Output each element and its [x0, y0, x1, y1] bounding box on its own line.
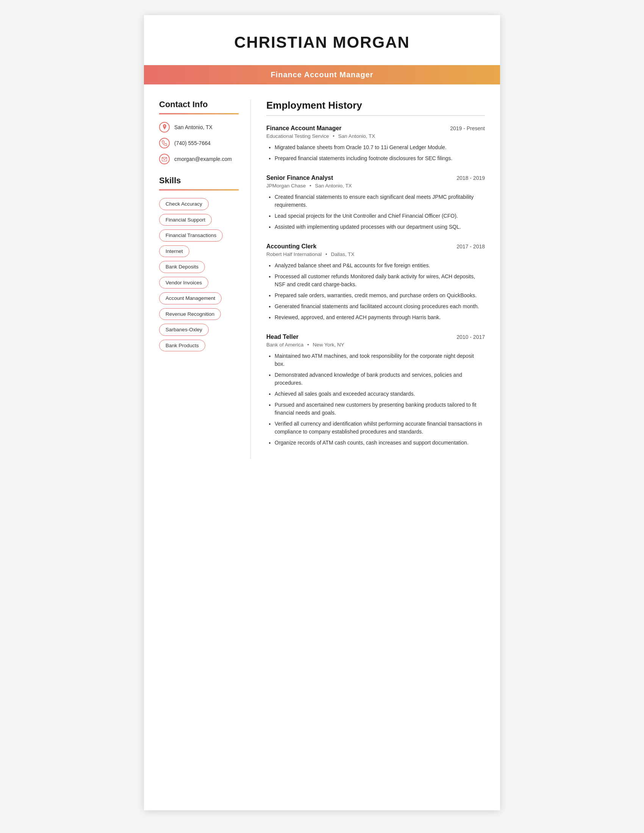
contact-divider: [159, 113, 239, 114]
employment-divider: [266, 115, 485, 116]
job-bullet: Pursued and ascertained new customers by…: [275, 401, 485, 417]
job-bullet: Organize records of ATM cash counts, cas…: [275, 439, 485, 447]
job-bullet: Prepared financial statements including …: [275, 154, 485, 162]
job-bullet: Assisted with implementing updated proce…: [275, 223, 485, 231]
job-bullets: Analyzed balance sheet and P&L accounts …: [266, 262, 485, 322]
skill-tag: Account Management: [159, 292, 222, 304]
job-dates: 2018 - 2019: [456, 175, 485, 181]
email-icon: [159, 154, 170, 164]
job-bullet: Prepared sale orders, warranties, credit…: [275, 291, 485, 299]
job-bullet: Processed all customer refunds Monitored…: [275, 273, 485, 288]
contact-email: cmorgan@example.com: [159, 154, 239, 164]
skills-tags-container: Check AccuracyFinancial SupportFinancial…: [159, 198, 239, 355]
job-entry: Head Teller2010 - 2017Bank of America • …: [266, 334, 485, 447]
skill-tag: Revenue Recognition: [159, 308, 221, 320]
sidebar: Contact Info San Antonio, TX (740) 555-7…: [144, 100, 250, 459]
skills-divider: [159, 189, 239, 190]
job-company: Robert Half International • Dallas, TX: [266, 251, 485, 257]
job-bullets: Maintained two ATM machines, and took re…: [266, 352, 485, 447]
job-bullet: Migrated balance sheets from Oracle 10.7…: [275, 143, 485, 151]
contact-section-title: Contact Info: [159, 100, 239, 109]
job-bullet: Reviewed, approved, and entered ACH paym…: [275, 314, 485, 322]
job-dates: 2010 - 2017: [456, 334, 485, 340]
skills-section: Skills Check AccuracyFinancial SupportFi…: [159, 176, 239, 355]
phone-text: (740) 555-7664: [174, 140, 211, 146]
job-company: Educational Testing Service • San Antoni…: [266, 133, 485, 139]
jobs-container: Finance Account Manager2019 - PresentEdu…: [266, 125, 485, 447]
job-dates: 2017 - 2018: [456, 243, 485, 249]
title-bar: Finance Account Manager: [144, 65, 500, 84]
skill-tag: Internet: [159, 245, 189, 257]
candidate-title: Finance Account Manager: [270, 71, 373, 79]
resume-header: CHRISTIAN MORGAN: [144, 15, 500, 59]
location-icon: [159, 122, 170, 132]
job-title: Senior Finance Analyst: [266, 175, 333, 182]
job-bullet: Analyzed balance sheet and P&L accounts …: [275, 262, 485, 270]
resume-body: Contact Info San Antonio, TX (740) 555-7…: [144, 84, 500, 474]
job-dates: 2019 - Present: [450, 125, 485, 131]
job-bullets: Migrated balance sheets from Oracle 10.7…: [266, 143, 485, 162]
email-text: cmorgan@example.com: [174, 156, 232, 162]
skill-tag: Financial Support: [159, 214, 212, 226]
job-bullet: Generated financial statements and facil…: [275, 302, 485, 310]
skill-tag: Vendor Invoices: [159, 277, 208, 289]
job-company: JPMorgan Chase • San Antonio, TX: [266, 183, 485, 188]
job-title: Accounting Clerk: [266, 243, 316, 250]
job-title: Head Teller: [266, 334, 298, 340]
job-bullet: Lead special projects for the Unit Contr…: [275, 212, 485, 220]
job-bullets: Created financial statements to ensure e…: [266, 193, 485, 231]
job-entry: Accounting Clerk2017 - 2018Robert Half I…: [266, 243, 485, 322]
skill-tag: Bank Deposits: [159, 261, 205, 273]
skill-tag: Financial Transactions: [159, 230, 223, 241]
job-header: Accounting Clerk2017 - 2018: [266, 243, 485, 250]
phone-icon: [159, 138, 170, 148]
job-bullet: Achieved all sales goals and exceeded ac…: [275, 390, 485, 398]
job-title: Finance Account Manager: [266, 125, 342, 132]
job-header: Finance Account Manager2019 - Present: [266, 125, 485, 132]
candidate-name: CHRISTIAN MORGAN: [159, 33, 485, 51]
job-bullet: Demonstrated advanced knowledge of bank …: [275, 371, 485, 387]
job-entry: Senior Finance Analyst2018 - 2019JPMorga…: [266, 175, 485, 231]
skill-tag: Check Accuracy: [159, 198, 209, 210]
skill-tag: Bank Products: [159, 339, 205, 352]
job-bullet: Created financial statements to ensure e…: [275, 193, 485, 209]
employment-section-title: Employment History: [266, 100, 485, 111]
skills-section-title: Skills: [159, 176, 239, 185]
job-bullet: Maintained two ATM machines, and took re…: [275, 352, 485, 368]
contact-phone: (740) 555-7664: [159, 138, 239, 148]
main-content: Employment History Finance Account Manag…: [250, 100, 500, 459]
location-text: San Antonio, TX: [174, 124, 213, 130]
resume-document: CHRISTIAN MORGAN Finance Account Manager…: [144, 15, 500, 810]
job-company: Bank of America • New York, NY: [266, 342, 485, 347]
job-header: Head Teller2010 - 2017: [266, 334, 485, 340]
job-bullet: Verified all currency and identification…: [275, 420, 485, 436]
job-header: Senior Finance Analyst2018 - 2019: [266, 175, 485, 182]
contact-location: San Antonio, TX: [159, 122, 239, 132]
skill-tag: Sarbanes-Oxley: [159, 324, 209, 336]
job-entry: Finance Account Manager2019 - PresentEdu…: [266, 125, 485, 162]
